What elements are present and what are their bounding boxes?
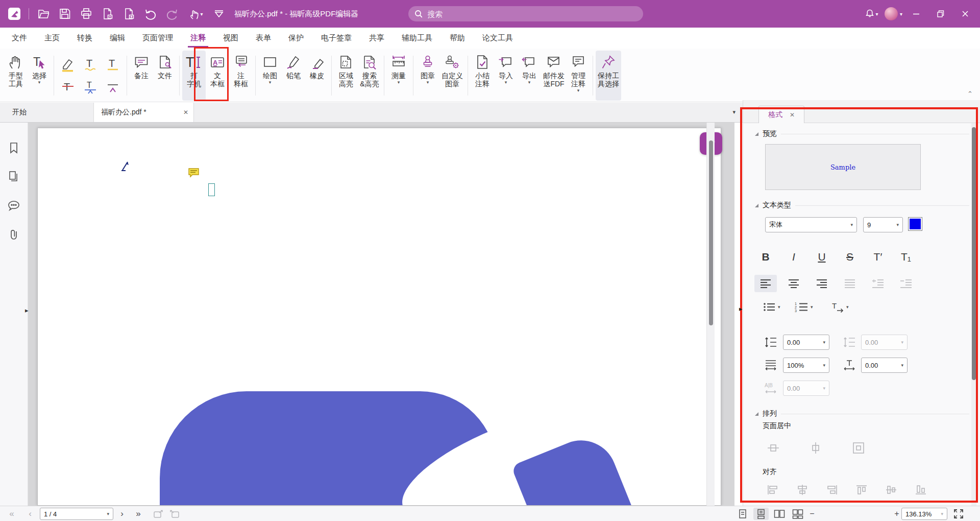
comments-panel-button[interactable] xyxy=(7,199,20,212)
menu-tab-comment[interactable]: 注释 xyxy=(182,28,214,49)
font-size-select[interactable]: 9 ▾ xyxy=(863,217,903,232)
page-add-icon[interactable] xyxy=(121,6,137,22)
stamp-button[interactable]: 图章 ▾ xyxy=(416,51,439,101)
tab-list-dropdown-icon[interactable]: ▾ xyxy=(732,109,736,115)
page-remove-icon[interactable] xyxy=(100,6,116,22)
menu-tab-accessibility[interactable]: 辅助工具 xyxy=(393,28,441,49)
menu-tab-thesis-tools[interactable]: 论文工具 xyxy=(474,28,522,49)
area-highlight-button[interactable]: 区域 高亮 xyxy=(334,51,358,101)
minimize-button[interactable] xyxy=(905,0,927,28)
align-left-button[interactable] xyxy=(754,275,777,292)
indent-decrease-button[interactable] xyxy=(895,275,917,292)
horizontal-scale-select[interactable]: 0.00 ▾ xyxy=(861,358,908,373)
canvas-scrollbar[interactable] xyxy=(706,123,715,506)
keep-tool-selected-button[interactable]: 保持工 具选择 xyxy=(596,51,621,101)
search-highlight-button[interactable]: 搜索 &高亮 xyxy=(358,51,381,101)
align-right-button[interactable] xyxy=(811,275,833,292)
start-tab[interactable]: 开始 xyxy=(0,103,94,122)
indent-increase-button[interactable] xyxy=(867,275,889,292)
italic-button[interactable]: I xyxy=(782,248,805,266)
redo-button[interactable] xyxy=(164,6,180,22)
account-menu[interactable]: ▾ xyxy=(885,7,902,20)
summary-notes-button[interactable]: 小结 注释 xyxy=(471,51,494,101)
print-button[interactable] xyxy=(78,6,94,22)
note-button[interactable]: 备注 xyxy=(130,51,153,101)
panel-scrollbar[interactable] xyxy=(971,123,976,506)
strikeout-text-button[interactable]: T xyxy=(59,78,77,96)
squiggly-underline-button[interactable]: T xyxy=(81,55,100,74)
custom-stamp-button[interactable]: 自定义 图章 xyxy=(439,51,465,101)
menu-tab-protect[interactable]: 保护 xyxy=(280,28,312,49)
sidebar-expand-handle[interactable]: ▸ xyxy=(25,306,29,314)
bookmarks-panel-button[interactable] xyxy=(7,141,20,154)
align-objects-vcenter-button[interactable] xyxy=(885,484,898,496)
mail-fdf-button[interactable]: 邮件发 送FDF xyxy=(541,51,567,101)
facing-view-button[interactable] xyxy=(772,508,787,520)
panel-collapse-handle[interactable]: ▸ xyxy=(739,305,743,313)
restore-button[interactable] xyxy=(930,0,951,28)
superscript-button[interactable]: T′ xyxy=(867,248,889,266)
bullet-list-button[interactable]: ▾ xyxy=(763,301,780,313)
bold-button[interactable]: B xyxy=(754,248,777,266)
document-canvas[interactable] xyxy=(28,123,734,506)
numbered-list-button[interactable]: 123 ▾ xyxy=(794,301,813,313)
highlight-text-button[interactable] xyxy=(59,55,77,74)
page-number-select[interactable]: 1 / 4 ▾ xyxy=(40,508,113,520)
subscript-button[interactable]: T₁ xyxy=(895,248,917,266)
note-annotation-icon[interactable] xyxy=(188,168,200,179)
align-objects-bottom-button[interactable] xyxy=(914,484,927,496)
typewriter-button[interactable]: T 打 字机 xyxy=(182,51,206,101)
typewriter-text-cursor[interactable] xyxy=(208,183,215,196)
close-window-button[interactable] xyxy=(954,0,976,28)
measure-button[interactable]: 测量 ▾ xyxy=(387,51,410,101)
search-input[interactable] xyxy=(426,9,637,19)
fullscreen-button[interactable] xyxy=(951,506,966,521)
funnel-icon[interactable] xyxy=(211,6,227,22)
last-page-button[interactable]: » xyxy=(132,506,145,521)
menu-tab-view[interactable]: 视图 xyxy=(214,28,247,49)
center-both-button[interactable] xyxy=(851,441,866,455)
menu-tab-form[interactable]: 表单 xyxy=(247,28,280,49)
eraser-button[interactable]: 橡皮 xyxy=(305,51,329,101)
document-tab[interactable]: 福昕办公.pdf * ✕ xyxy=(94,103,194,122)
align-objects-left-button[interactable] xyxy=(766,484,779,496)
menu-tab-page-management[interactable]: 页面管理 xyxy=(134,28,182,49)
continuous-view-button[interactable] xyxy=(753,508,769,520)
next-page-button[interactable]: › xyxy=(116,506,128,521)
menu-tab-convert[interactable]: 转换 xyxy=(68,28,101,49)
center-vertically-button[interactable] xyxy=(766,441,780,455)
file-attachment-button[interactable]: 文件 xyxy=(153,51,177,101)
center-horizontally-button[interactable] xyxy=(808,441,823,455)
next-view-button[interactable] xyxy=(167,506,182,521)
select-tool-button[interactable]: T 选择 ▾ xyxy=(28,51,51,101)
zoom-in-button[interactable]: + xyxy=(892,506,901,521)
insert-text-button[interactable] xyxy=(104,78,122,96)
char-scale-select[interactable]: 100% ▾ xyxy=(783,358,829,373)
menu-tab-edit[interactable]: 编辑 xyxy=(101,28,134,49)
search-box[interactable] xyxy=(408,6,643,21)
manage-notes-button[interactable]: 管理 注释 ▾ xyxy=(567,51,590,101)
previous-view-button[interactable] xyxy=(151,506,165,521)
canvas-scrollbar-thumb[interactable] xyxy=(709,140,713,325)
touch-mode-icon[interactable]: ▾ xyxy=(185,6,206,22)
line-spacing-select[interactable]: 0.00 ▾ xyxy=(783,335,829,350)
align-objects-top-button[interactable] xyxy=(855,484,868,496)
export-notes-button[interactable]: 导出 ▾ xyxy=(518,51,541,101)
replace-text-button[interactable]: T xyxy=(81,78,100,96)
menu-tab-file[interactable]: 文件 xyxy=(3,28,36,49)
first-page-button[interactable]: « xyxy=(5,506,18,521)
pencil-button[interactable]: 铅笔 xyxy=(282,51,305,101)
single-page-view-button[interactable] xyxy=(735,508,750,520)
menu-tab-share[interactable]: 共享 xyxy=(360,28,393,49)
strikethrough-button[interactable]: S xyxy=(839,248,861,266)
save-button[interactable] xyxy=(57,6,73,22)
undo-button[interactable] xyxy=(142,6,159,22)
menu-tab-esign[interactable]: 电子签章 xyxy=(312,28,360,49)
attachments-panel-button[interactable] xyxy=(7,228,20,241)
textbox-button[interactable]: A 文 本框 xyxy=(206,51,229,101)
collapse-ribbon-icon[interactable]: ⌃ xyxy=(967,90,973,98)
import-notes-button[interactable]: 导入 ▾ xyxy=(494,51,518,101)
avatar[interactable] xyxy=(885,7,898,20)
zoom-level-select[interactable]: 136.13% ▾ xyxy=(901,508,947,520)
previous-page-button[interactable]: ‹ xyxy=(24,506,36,521)
